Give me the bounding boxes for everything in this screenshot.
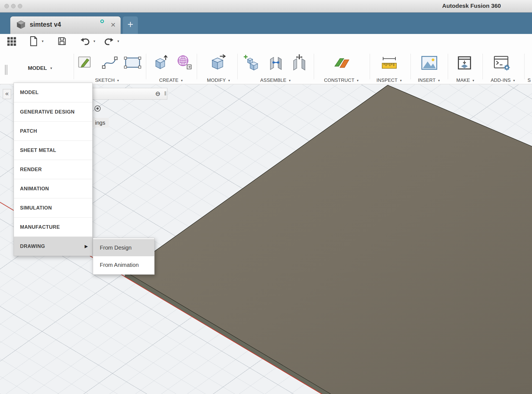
redo-menu-caret-icon[interactable]: ▼ <box>117 40 120 43</box>
ribbon-group-select-clipped: S <box>524 49 532 84</box>
submenu-item-from-design[interactable]: From Design <box>93 239 154 256</box>
menu-item-label: SIMULATION <box>20 205 52 211</box>
menu-item-label: PATCH <box>20 128 37 134</box>
new-body-icon[interactable] <box>153 54 168 72</box>
joint-origin-icon[interactable] <box>291 54 309 72</box>
create-sketch-icon[interactable] <box>77 54 93 71</box>
document-tab-title: simtest v4 <box>30 21 61 28</box>
group-label-text: MODIFY <box>207 78 226 83</box>
group-label-text: MAKE <box>456 78 470 83</box>
ribbon-group-assemble: ASSEMBLE ▼ <box>237 49 314 84</box>
window-zoom-button[interactable] <box>18 4 22 8</box>
workspace-menu-item-render[interactable]: RENDER <box>14 160 92 179</box>
ribbon-group-addins: ADD-INS ▼ <box>483 49 524 84</box>
caret-down-icon: ▼ <box>472 79 475 82</box>
mesh-form-icon[interactable] <box>176 54 192 71</box>
press-pull-icon[interactable] <box>210 54 227 71</box>
visibility-radio-icon[interactable] <box>95 105 101 112</box>
new-tab-button[interactable]: + <box>123 16 138 34</box>
browser-node-label-fragment[interactable]: ings <box>92 118 109 127</box>
ribbon-group-sketch: SKETCH ▼ <box>74 49 146 84</box>
document-tab[interactable]: simtest v4 × <box>10 16 121 34</box>
window-title: Autodesk Fusion 360 <box>442 3 501 9</box>
window-close-button[interactable] <box>4 4 9 8</box>
undo-icon[interactable] <box>80 37 91 47</box>
window-minimize-button[interactable] <box>11 4 16 8</box>
workspace-menu-item-generative-design[interactable]: GENERATIVE DESIGN <box>14 102 92 121</box>
document-cube-icon <box>16 20 26 31</box>
ribbon-grip-handle[interactable] <box>5 65 7 75</box>
ribbon-group-label-modify[interactable]: MODIFY ▼ <box>207 78 230 83</box>
workspace-menu-item-manufacture[interactable]: MANUFACTURE <box>14 217 92 237</box>
workspace-menu: MODEL GENERATIVE DESIGN PATCH SHEET META… <box>14 83 93 256</box>
ribbon-group-label-assemble[interactable]: ASSEMBLE ▼ <box>260 78 291 83</box>
caret-down-icon: ▼ <box>228 79 230 82</box>
group-label-text: ADD-INS <box>491 78 511 83</box>
submenu-arrow-icon: ▶ <box>85 237 88 256</box>
scripts-addins-icon[interactable] <box>494 55 511 72</box>
drawing-submenu: From Design From Animation <box>93 238 155 275</box>
ribbon-group-insert: INSERT ▼ <box>411 49 448 84</box>
save-icon[interactable] <box>58 37 66 47</box>
group-label-text: SKETCH <box>95 78 115 83</box>
ribbon-group-construct: CONSTRUCT ▼ <box>314 49 370 84</box>
undo-menu-caret-icon[interactable]: ▼ <box>93 40 96 43</box>
document-tab-bar: simtest v4 × + <box>0 13 532 34</box>
panel-minimize-icon[interactable]: ⊖ <box>155 90 160 97</box>
macos-titlebar: Autodesk Fusion 360 <box>0 0 532 13</box>
browser-collapse-button[interactable]: « <box>3 89 11 99</box>
workspace-switcher-button[interactable]: MODEL ▼ <box>17 62 64 74</box>
panel-grip-icon[interactable]: ‖ <box>164 90 166 97</box>
workspace-menu-item-simulation[interactable]: SIMULATION <box>14 198 92 217</box>
menu-item-label: GENERATIVE DESIGN <box>20 109 75 115</box>
workspace-menu-item-drawing[interactable]: DRAWING ▶ <box>14 237 92 256</box>
ribbon-group-make: MAKE ▼ <box>448 49 483 84</box>
spline-icon[interactable] <box>102 54 118 72</box>
ribbon-group-create: CREATE ▼ <box>146 49 197 84</box>
menu-item-label: ANIMATION <box>20 186 49 191</box>
ribbon-group-label-inspect[interactable]: INSPECT ▼ <box>377 78 402 83</box>
tab-close-icon[interactable]: × <box>108 19 118 31</box>
insert-image-icon[interactable] <box>421 55 438 72</box>
workspace-menu-item-animation[interactable]: ANIMATION <box>14 179 92 198</box>
menu-item-label: MODEL <box>20 90 39 95</box>
quick-access-toolbar: ▼ ▼ ▼ <box>0 34 532 49</box>
caret-down-icon: ▼ <box>50 67 53 70</box>
menu-item-label: DRAWING <box>20 243 45 249</box>
ribbon-group-label-construct[interactable]: CONSTRUCT ▼ <box>324 78 359 83</box>
workspace-switcher-label: MODEL <box>28 65 47 71</box>
measure-icon[interactable] <box>381 55 398 72</box>
file-icon[interactable] <box>29 36 38 48</box>
ribbon-group-label-addins[interactable]: ADD-INS ▼ <box>491 78 515 83</box>
group-label-text: ASSEMBLE <box>260 78 286 83</box>
file-menu-caret-icon[interactable]: ▼ <box>41 40 44 43</box>
submenu-item-label: From Animation <box>100 262 139 268</box>
ribbon-group-modify: MODIFY ▼ <box>197 49 237 84</box>
redo-icon[interactable] <box>103 37 114 47</box>
caret-down-icon: ▼ <box>180 79 183 82</box>
ribbon-group-label-make[interactable]: MAKE ▼ <box>456 78 475 83</box>
caret-down-icon: ▼ <box>356 79 359 82</box>
rectangle-tool-icon[interactable] <box>124 56 141 70</box>
group-label-text: INSPECT <box>377 78 398 83</box>
workspace-menu-item-sheet-metal[interactable]: SHEET METAL <box>14 141 92 160</box>
group-label-text: CONSTRUCT <box>324 78 354 83</box>
workspace-menu-item-model[interactable]: MODEL <box>14 83 92 102</box>
ribbon-group-label-select[interactable]: S <box>528 78 531 83</box>
ribbon-group-label-create[interactable]: CREATE ▼ <box>159 78 183 83</box>
caret-down-icon: ▼ <box>117 79 120 82</box>
group-label-text: S <box>528 78 531 83</box>
caret-down-icon: ▼ <box>399 79 402 82</box>
construction-plane-icon[interactable] <box>334 56 350 71</box>
workspace-menu-item-patch[interactable]: PATCH <box>14 121 92 141</box>
joint-icon[interactable] <box>269 55 283 73</box>
3d-print-icon[interactable] <box>456 55 473 72</box>
menu-item-label: SHEET METAL <box>20 147 56 153</box>
new-component-icon[interactable] <box>242 54 260 72</box>
ribbon-group-label-sketch[interactable]: SKETCH ▼ <box>95 78 120 83</box>
app-grid-icon[interactable] <box>7 37 16 47</box>
ribbon-group-label-insert[interactable]: INSERT ▼ <box>418 78 440 83</box>
caret-down-icon: ▼ <box>437 79 440 82</box>
submenu-item-from-animation[interactable]: From Animation <box>93 256 154 274</box>
menu-item-label: MANUFACTURE <box>20 224 60 230</box>
